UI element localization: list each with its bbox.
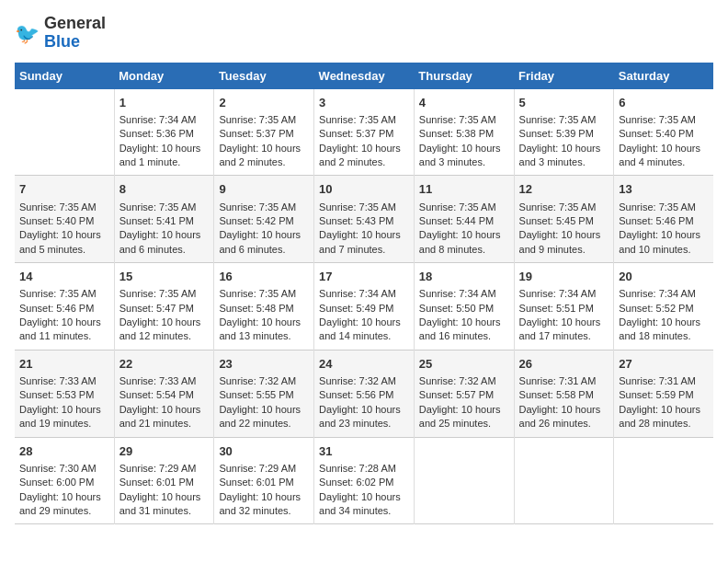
cell-info: Daylight: 10 hours bbox=[319, 142, 409, 155]
column-header-monday: Monday bbox=[114, 63, 214, 89]
cell-info: and 22 minutes. bbox=[219, 417, 309, 431]
cell-info: and 23 minutes. bbox=[319, 417, 409, 431]
day-number: 10 bbox=[319, 181, 409, 198]
day-number: 24 bbox=[319, 356, 409, 373]
cell-info: Daylight: 10 hours bbox=[219, 316, 309, 329]
cell-info: and 21 minutes. bbox=[119, 417, 210, 431]
cell-info: Sunrise: 7:35 AM bbox=[319, 201, 409, 214]
cell-info: Sunset: 5:51 PM bbox=[519, 302, 609, 316]
cell-info: Daylight: 10 hours bbox=[219, 228, 309, 242]
calendar-cell: 19Sunrise: 7:34 AMSunset: 5:51 PMDayligh… bbox=[514, 263, 614, 350]
calendar-cell: 29Sunrise: 7:29 AMSunset: 6:01 PMDayligh… bbox=[114, 437, 214, 524]
cell-info: and 25 minutes. bbox=[419, 417, 509, 431]
cell-info: and 13 minutes. bbox=[219, 329, 309, 343]
calendar-cell bbox=[414, 437, 514, 524]
cell-info: Daylight: 10 hours bbox=[619, 142, 709, 155]
cell-info: Daylight: 10 hours bbox=[219, 403, 309, 417]
cell-info: and 18 minutes. bbox=[619, 329, 709, 343]
cell-info: Sunrise: 7:34 AM bbox=[319, 287, 409, 301]
calendar-header-row: SundayMondayTuesdayWednesdayThursdayFrid… bbox=[15, 63, 713, 89]
calendar-cell: 21Sunrise: 7:33 AMSunset: 5:53 PMDayligh… bbox=[15, 350, 114, 437]
cell-info: Daylight: 10 hours bbox=[619, 228, 709, 242]
cell-info: Daylight: 10 hours bbox=[519, 403, 609, 417]
day-number: 16 bbox=[219, 269, 309, 285]
cell-info: Sunset: 5:46 PM bbox=[19, 302, 109, 316]
cell-info: and 10 minutes. bbox=[619, 243, 709, 257]
cell-info: Sunrise: 7:29 AM bbox=[119, 462, 210, 476]
calendar-cell: 23Sunrise: 7:32 AMSunset: 5:55 PMDayligh… bbox=[214, 350, 314, 437]
cell-info: Sunset: 5:40 PM bbox=[619, 127, 709, 141]
cell-info: Sunset: 5:44 PM bbox=[419, 214, 509, 228]
cell-info: Sunrise: 7:35 AM bbox=[419, 201, 509, 214]
cell-info: Daylight: 10 hours bbox=[119, 316, 210, 329]
cell-info: Daylight: 10 hours bbox=[319, 316, 409, 329]
cell-info: Sunrise: 7:35 AM bbox=[19, 287, 109, 301]
calendar-week-1: 1Sunrise: 7:34 AMSunset: 5:36 PMDaylight… bbox=[15, 89, 713, 176]
cell-info: Sunset: 6:02 PM bbox=[319, 476, 409, 489]
cell-info: and 32 minutes. bbox=[219, 504, 309, 518]
cell-info: Daylight: 10 hours bbox=[19, 490, 109, 504]
cell-info: Daylight: 10 hours bbox=[119, 142, 210, 155]
cell-info: Sunrise: 7:35 AM bbox=[19, 201, 109, 214]
calendar-table: SundayMondayTuesdayWednesdayThursdayFrid… bbox=[15, 63, 713, 525]
cell-info: Sunrise: 7:34 AM bbox=[119, 113, 210, 127]
column-header-saturday: Saturday bbox=[614, 63, 713, 89]
cell-info: Sunrise: 7:35 AM bbox=[519, 201, 609, 214]
cell-info: Daylight: 10 hours bbox=[319, 403, 409, 417]
column-header-sunday: Sunday bbox=[15, 63, 114, 89]
day-number: 18 bbox=[419, 269, 509, 285]
calendar-cell bbox=[614, 437, 713, 524]
cell-info: Sunset: 5:43 PM bbox=[319, 214, 409, 228]
logo-text: GeneralBlue bbox=[44, 15, 106, 52]
day-number: 26 bbox=[519, 356, 609, 373]
day-number: 28 bbox=[19, 443, 109, 460]
cell-info: and 9 minutes. bbox=[519, 243, 609, 257]
day-number: 8 bbox=[119, 181, 210, 198]
calendar-cell: 10Sunrise: 7:35 AMSunset: 5:43 PMDayligh… bbox=[314, 176, 415, 263]
day-number: 22 bbox=[119, 356, 210, 373]
day-number: 14 bbox=[19, 269, 109, 285]
cell-info: Sunrise: 7:31 AM bbox=[519, 374, 609, 388]
cell-info: Sunset: 5:40 PM bbox=[19, 214, 109, 228]
cell-info: Daylight: 10 hours bbox=[619, 403, 709, 417]
cell-info: and 31 minutes. bbox=[119, 504, 210, 518]
calendar-cell: 14Sunrise: 7:35 AMSunset: 5:46 PMDayligh… bbox=[15, 263, 114, 350]
calendar-week-5: 28Sunrise: 7:30 AMSunset: 6:00 PMDayligh… bbox=[15, 437, 713, 524]
cell-info: Daylight: 10 hours bbox=[19, 316, 109, 329]
cell-info: and 29 minutes. bbox=[19, 504, 109, 518]
cell-info: Sunset: 6:01 PM bbox=[219, 476, 309, 489]
cell-info: Daylight: 10 hours bbox=[119, 490, 210, 504]
svg-text:🐦: 🐦 bbox=[15, 21, 40, 46]
cell-info: Daylight: 10 hours bbox=[419, 228, 509, 242]
cell-info: Daylight: 10 hours bbox=[219, 490, 309, 504]
cell-info: Sunrise: 7:31 AM bbox=[619, 374, 709, 388]
calendar-cell: 24Sunrise: 7:32 AMSunset: 5:56 PMDayligh… bbox=[314, 350, 415, 437]
calendar-cell: 3Sunrise: 7:35 AMSunset: 5:37 PMDaylight… bbox=[314, 89, 415, 176]
cell-info: and 17 minutes. bbox=[519, 329, 609, 343]
cell-info: Sunrise: 7:35 AM bbox=[119, 201, 210, 214]
cell-info: Sunrise: 7:32 AM bbox=[219, 374, 309, 388]
calendar-cell bbox=[15, 89, 114, 176]
cell-info: Sunset: 5:39 PM bbox=[519, 127, 609, 141]
calendar-cell bbox=[514, 437, 614, 524]
cell-info: Sunset: 5:41 PM bbox=[119, 214, 210, 228]
cell-info: Sunset: 5:42 PM bbox=[219, 214, 309, 228]
cell-info: Sunset: 5:48 PM bbox=[219, 302, 309, 316]
calendar-cell: 26Sunrise: 7:31 AMSunset: 5:58 PMDayligh… bbox=[514, 350, 614, 437]
cell-info: Daylight: 10 hours bbox=[419, 142, 509, 155]
cell-info: and 26 minutes. bbox=[519, 417, 609, 431]
calendar-cell: 27Sunrise: 7:31 AMSunset: 5:59 PMDayligh… bbox=[614, 350, 713, 437]
cell-info: Daylight: 10 hours bbox=[519, 316, 609, 329]
calendar-cell: 2Sunrise: 7:35 AMSunset: 5:37 PMDaylight… bbox=[214, 89, 314, 176]
cell-info: Daylight: 10 hours bbox=[219, 142, 309, 155]
day-number: 17 bbox=[319, 269, 409, 285]
calendar-cell: 31Sunrise: 7:28 AMSunset: 6:02 PMDayligh… bbox=[314, 437, 415, 524]
cell-info: Sunrise: 7:35 AM bbox=[619, 113, 709, 127]
calendar-cell: 13Sunrise: 7:35 AMSunset: 5:46 PMDayligh… bbox=[614, 176, 713, 263]
cell-info: Sunrise: 7:30 AM bbox=[19, 462, 109, 476]
cell-info: and 7 minutes. bbox=[319, 243, 409, 257]
cell-info: Sunrise: 7:35 AM bbox=[419, 113, 509, 127]
cell-info: and 6 minutes. bbox=[119, 243, 210, 257]
cell-info: and 28 minutes. bbox=[619, 417, 709, 431]
cell-info: Daylight: 10 hours bbox=[419, 403, 509, 417]
